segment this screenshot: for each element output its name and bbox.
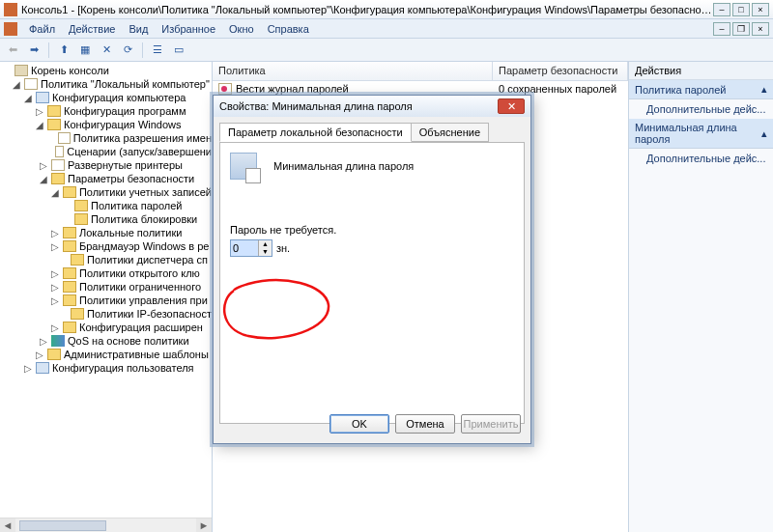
actions-section[interactable]: Политика паролей▴: [629, 80, 773, 99]
actions-item[interactable]: Дополнительные дейс...: [629, 99, 773, 119]
spin-up-button[interactable]: ▲: [258, 240, 272, 248]
tree-node[interactable]: Политики диспетчера сп: [87, 254, 208, 266]
window-titlebar: Консоль1 - [Корень консоли\Политика "Лок…: [0, 0, 773, 19]
dialog-close-button[interactable]: ✕: [498, 98, 525, 114]
folder-icon: [71, 254, 84, 266]
tree-node[interactable]: Развернутые принтеры: [68, 159, 183, 171]
tab-explanation[interactable]: Объяснение: [411, 123, 489, 142]
forward-button[interactable]: ➡: [25, 42, 43, 59]
unit-label: зн.: [276, 242, 290, 254]
folder-icon: [71, 308, 84, 320]
tree-node[interactable]: Политика разрешения имен: [73, 132, 212, 144]
menu-bar: Файл Действие Вид Избранное Окно Справка…: [0, 19, 773, 39]
computer-config-icon: [36, 92, 49, 103]
tree-node[interactable]: Конфигурация расширен: [79, 322, 203, 333]
tree-h-scrollbar[interactable]: ◄ ►: [0, 518, 212, 532]
tree-node[interactable]: Политики ограниченного: [79, 281, 201, 293]
security-icon: [51, 173, 65, 184]
tree-node[interactable]: Политики управления при: [79, 294, 208, 306]
tree-node[interactable]: Конфигурация пользователя: [52, 362, 194, 374]
password-length-spinner[interactable]: ▲ ▼: [230, 239, 272, 257]
folder-icon: [47, 105, 61, 117]
help-button[interactable]: ▭: [170, 42, 187, 59]
properties-button[interactable]: ☰: [149, 42, 166, 59]
refresh-button[interactable]: ⟳: [119, 42, 136, 59]
row-value: 0 сохраненных паролей: [499, 83, 622, 95]
tree-pane[interactable]: Корень консоли ◢Политика "Локальный комп…: [0, 62, 213, 532]
folder-icon: [63, 186, 76, 198]
separator: [142, 42, 143, 58]
tree-node[interactable]: Конфигурация программ: [64, 105, 186, 117]
apply-button[interactable]: Применить: [461, 414, 521, 434]
chevron-up-icon: ▴: [761, 83, 767, 96]
user-config-icon: [36, 362, 49, 374]
tree-node[interactable]: Параметры безопасности: [68, 173, 194, 184]
child-close-button[interactable]: ×: [752, 22, 769, 36]
tree-node[interactable]: Политики открытого клю: [79, 267, 200, 279]
scroll-thumb[interactable]: [19, 520, 106, 531]
col-policy[interactable]: Политика: [213, 62, 493, 80]
tree-node[interactable]: QoS на основе политики: [68, 335, 189, 347]
menu-action[interactable]: Действие: [63, 21, 121, 37]
tree-node[interactable]: Политика блокировки: [91, 213, 197, 225]
tree-node[interactable]: Сценарии (запуск/завершени: [67, 146, 212, 157]
tree-node[interactable]: Политики учетных записей: [79, 186, 212, 198]
tree-node[interactable]: Политика "Локальный компьютер": [41, 78, 210, 90]
maximize-button[interactable]: □: [732, 3, 750, 16]
tree-node[interactable]: Политики IP-безопасност: [87, 308, 212, 320]
folder-icon: [47, 349, 61, 360]
menu-favorites[interactable]: Избранное: [156, 21, 221, 37]
folder-icon: [63, 322, 76, 333]
script-icon: [55, 146, 64, 157]
menu-window[interactable]: Окно: [223, 21, 260, 37]
qos-icon: [51, 335, 65, 347]
doc-icon: [58, 132, 71, 144]
folder-icon: [74, 213, 88, 225]
actions-item[interactable]: Дополнительные дейс...: [629, 149, 773, 168]
cancel-button[interactable]: Отмена: [395, 414, 455, 434]
show-hide-button[interactable]: ▦: [76, 42, 94, 59]
minimize-button[interactable]: –: [713, 3, 730, 16]
scroll-right-button[interactable]: ►: [196, 518, 212, 532]
col-param[interactable]: Параметр безопасности: [493, 62, 628, 80]
tree-root[interactable]: Корень консоли: [31, 65, 109, 76]
delete-button[interactable]: ✕: [98, 42, 115, 59]
tree-node[interactable]: Брандмауэр Windows в ре: [79, 240, 209, 252]
row-name: Вести журнал паролей: [236, 83, 349, 95]
tree-node[interactable]: Конфигурация Windows: [64, 119, 182, 130]
tree-node[interactable]: Конфигурация компьютера: [52, 92, 186, 103]
close-button[interactable]: ×: [752, 3, 769, 16]
tree-node[interactable]: Административные шаблоны: [64, 349, 209, 360]
back-button[interactable]: ⬅: [4, 42, 21, 59]
tree-node[interactable]: Политика паролей: [91, 200, 183, 211]
menu-view[interactable]: Вид: [123, 21, 154, 37]
policy-icon: [24, 78, 38, 90]
child-restore-button[interactable]: ❐: [732, 22, 750, 36]
folder-icon: [47, 119, 61, 130]
dialog-titlebar[interactable]: Свойства: Минимальная длина пароля ✕: [214, 96, 530, 117]
properties-dialog: Свойства: Минимальная длина пароля ✕ Пар…: [213, 95, 531, 444]
menu-help[interactable]: Справка: [262, 21, 315, 37]
chevron-up-icon: ▴: [761, 127, 767, 140]
tab-local-security[interactable]: Параметр локальной безопасности: [219, 123, 412, 142]
actions-header: Действия: [629, 62, 773, 80]
actions-pane: Действия Политика паролей▴ Дополнительны…: [628, 62, 773, 532]
list-header: Политика Параметр безопасности: [213, 62, 628, 81]
folder-icon: [63, 240, 76, 252]
scroll-left-button[interactable]: ◄: [0, 518, 15, 532]
not-required-label: Пароль не требуется.: [230, 224, 514, 236]
child-minimize-button[interactable]: –: [713, 22, 730, 36]
toolbar: ⬅ ➡ ⬆ ▦ ✕ ⟳ ☰ ▭: [0, 39, 773, 62]
ok-button[interactable]: OK: [329, 414, 389, 434]
actions-section[interactable]: Минимальная длина пароля▴: [629, 119, 773, 149]
dialog-body: Минимальная длина пароля Пароль не требу…: [219, 142, 525, 424]
folder-icon: [63, 267, 76, 279]
policy-row-icon: [218, 83, 232, 95]
menu-file[interactable]: Файл: [23, 21, 61, 37]
spin-down-button[interactable]: ▼: [258, 248, 272, 256]
folder-icon: [63, 227, 76, 238]
app-icon: [4, 3, 17, 16]
tree-node[interactable]: Локальные политики: [79, 227, 182, 238]
up-button[interactable]: ⬆: [55, 42, 72, 59]
password-length-input[interactable]: [231, 240, 258, 256]
